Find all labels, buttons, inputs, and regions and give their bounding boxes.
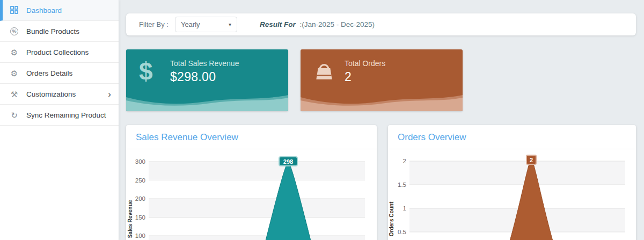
filter-bar: Filter By : Yearly ▾ Result For :(Jan-20… xyxy=(126,13,636,35)
result-for-text: Result For :(Jan-2025 - Dec-2025) xyxy=(260,20,375,28)
ytick: 150 xyxy=(135,214,145,221)
chart-title: Sales Revenue Overview xyxy=(126,125,377,149)
stat-texts: Total Sales Revenue $298.00 xyxy=(170,59,239,84)
ytick: 1 xyxy=(403,205,406,212)
y-tick-labels: 300 250 200 150 100 xyxy=(135,158,145,239)
y-axis-label: Sales Revenue xyxy=(127,200,133,238)
plot-bands xyxy=(149,162,365,240)
chevron-down-icon: ▾ xyxy=(229,21,231,27)
sidebar: Dashboard % Bundle Products ⚙ Product Co… xyxy=(0,0,119,240)
wave-decoration xyxy=(126,92,288,111)
sidebar-item-label: Sync Remaining Product xyxy=(26,111,106,119)
peak-value: 2 xyxy=(530,157,533,163)
sales-revenue-overview-card: Sales Revenue Overview 300 250 200 xyxy=(126,125,377,240)
grid-icon xyxy=(9,6,19,15)
sidebar-item-label: Orders Details xyxy=(26,69,72,77)
sidebar-item-label: Bundle Products xyxy=(26,27,79,35)
stat-value: $298.00 xyxy=(170,70,239,84)
y-axis-label: Orders Count xyxy=(389,201,394,236)
tools-icon: ⚒ xyxy=(9,90,19,98)
sidebar-item-bundle-products[interactable]: % Bundle Products xyxy=(0,21,119,42)
total-sales-revenue-content: $ Total Sales Revenue $298.00 xyxy=(126,49,288,93)
ytick: 200 xyxy=(135,195,145,202)
sidebar-item-orders-details[interactable]: ⚙ Orders Details xyxy=(0,63,119,84)
peak-data-label: 298 xyxy=(279,157,297,166)
shopping-bag-icon xyxy=(313,61,345,82)
filter-by-label: Filter By : xyxy=(139,20,169,28)
filter-period-select[interactable]: Yearly ▾ xyxy=(175,17,237,32)
stat-label: Total Orders xyxy=(345,59,385,68)
peak-data-label: 2 xyxy=(526,155,536,164)
filter-period-value: Yearly xyxy=(181,20,200,28)
peak-value: 298 xyxy=(283,158,293,165)
stat-label: Total Sales Revenue xyxy=(170,59,239,68)
total-orders-content: Total Orders 2 xyxy=(301,49,463,93)
sidebar-item-label: Product Collections xyxy=(26,48,89,56)
sync-icon: ↻ xyxy=(9,111,19,119)
sidebar-item-customizations[interactable]: ⚒ Customizations › xyxy=(0,84,119,105)
total-sales-revenue-card: $ Total Sales Revenue $298.00 xyxy=(126,49,288,111)
chart-title: Orders Overview xyxy=(388,125,636,149)
ytick: 250 xyxy=(135,177,145,184)
total-orders-card: Total Orders 2 xyxy=(301,49,463,111)
ytick: 100 xyxy=(135,232,145,239)
sidebar-item-product-collections[interactable]: ⚙ Product Collections xyxy=(0,42,119,63)
ytick: 300 xyxy=(135,158,145,165)
percent-icon: % xyxy=(10,27,18,35)
sales-revenue-chart[interactable]: 300 250 200 150 100 Sales Revenue 298 xyxy=(126,149,377,240)
stat-texts: Total Orders 2 xyxy=(345,59,385,84)
stat-value: 2 xyxy=(345,70,385,84)
main-content: Filter By : Yearly ▾ Result For :(Jan-20… xyxy=(119,0,644,240)
result-for-range: :(Jan-2025 - Dec-2025) xyxy=(299,20,375,28)
sidebar-item-label: Customizations xyxy=(26,90,76,98)
ytick: 0.5 xyxy=(398,229,406,235)
sidebar-item-dashboard[interactable]: Dashboard xyxy=(0,0,119,21)
orders-chart[interactable]: 2 1.5 1 0.5 Orders Count 2 xyxy=(388,149,636,240)
gear-icon: ⚙ xyxy=(9,48,19,56)
gear-icon: ⚙ xyxy=(9,69,19,77)
sidebar-item-label: Dashboard xyxy=(26,6,62,14)
ytick: 2 xyxy=(403,158,406,164)
y-tick-labels: 2 1.5 1 0.5 xyxy=(398,158,406,235)
sidebar-item-sync-remaining-product[interactable]: ↻ Sync Remaining Product xyxy=(0,105,119,126)
dollar-icon: $ xyxy=(139,59,170,84)
result-for-prefix: Result For xyxy=(260,20,296,28)
wave-decoration xyxy=(301,92,463,111)
orders-overview-card: Orders Overview 2 1.5 1 0.5 Orders Count xyxy=(388,125,636,240)
ytick: 1.5 xyxy=(398,181,406,188)
chevron-right-icon: › xyxy=(108,90,113,99)
